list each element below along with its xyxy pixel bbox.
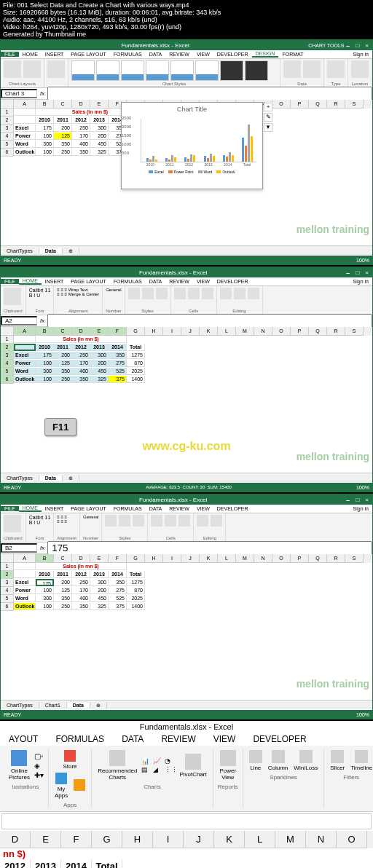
scatter-chart-button[interactable]: ⋮⋮ xyxy=(165,766,175,773)
chart-style-3[interactable] xyxy=(121,60,144,81)
conditional-formatting-button[interactable] xyxy=(128,288,140,299)
select-data-button[interactable] xyxy=(303,60,321,78)
bar-chart-button[interactable]: ▤ xyxy=(141,766,152,773)
pie-chart-button[interactable]: ◔ xyxy=(165,757,175,765)
chart-style-2[interactable] xyxy=(96,60,119,81)
name-box[interactable] xyxy=(1,316,37,326)
tab-review[interactable]: REVIEW xyxy=(165,52,193,57)
format-cells-button[interactable] xyxy=(202,288,213,299)
chart-styles-button[interactable]: ✎ xyxy=(264,113,272,122)
chart-style-5[interactable] xyxy=(170,60,194,81)
formula-bar[interactable] xyxy=(47,87,372,100)
insert-cells-button[interactable] xyxy=(174,288,186,299)
col-D[interactable]: D xyxy=(72,100,90,108)
tab-formulas[interactable]: FORMULAS xyxy=(110,279,146,284)
slicer-button[interactable]: Slicer xyxy=(329,749,346,773)
chart-style-8[interactable] xyxy=(245,60,268,81)
fx-icon[interactable]: fx xyxy=(37,90,47,97)
chart-style-4[interactable] xyxy=(146,60,169,81)
line-chart-button[interactable]: 📈 xyxy=(153,757,163,765)
signin-link[interactable]: Sign in xyxy=(350,52,372,57)
my-apps-button[interactable]: My Apps xyxy=(53,771,69,800)
close-button[interactable]: × xyxy=(363,42,371,49)
find-select-button[interactable] xyxy=(248,288,259,299)
tab-review[interactable]: REVIEW xyxy=(165,279,193,284)
chart-style-6[interactable] xyxy=(195,60,219,81)
timeline-button[interactable]: Timeline xyxy=(349,749,373,773)
recommended-charts-button[interactable]: Recommended Charts xyxy=(96,749,138,782)
cell-styles-button[interactable] xyxy=(156,288,168,299)
quick-layout-button[interactable] xyxy=(23,60,41,78)
fx-icon[interactable]: fx xyxy=(37,545,47,551)
col-S[interactable]: S xyxy=(345,100,364,108)
signin-link[interactable]: Sign in xyxy=(350,279,372,284)
minimize-button[interactable]: ‒ xyxy=(344,269,352,276)
shapes-button[interactable]: ▢▫ xyxy=(34,752,44,760)
col-C[interactable]: C xyxy=(54,100,72,108)
online-pictures-button[interactable]: Online Pictures xyxy=(7,749,31,782)
screenshot-button[interactable]: ✚▾ xyxy=(34,771,44,779)
sheet-tab-charttypes[interactable]: ChartTypes xyxy=(1,248,39,253)
bing-maps-button[interactable] xyxy=(72,778,87,794)
tab-view[interactable]: VIEW xyxy=(193,279,213,284)
column-chart-button[interactable]: 📊 xyxy=(141,757,152,765)
name-box[interactable] xyxy=(1,89,37,98)
tab-pagelayout[interactable]: PAGE LAYOUT xyxy=(67,52,109,57)
col-O[interactable]: O xyxy=(272,100,291,108)
chart-title[interactable]: Chart Title xyxy=(122,103,262,116)
maximize-button[interactable]: □ xyxy=(353,42,361,49)
sheet-tab-add[interactable]: ⊕ xyxy=(63,248,79,254)
name-box[interactable] xyxy=(1,543,37,553)
col-R[interactable]: R xyxy=(327,100,345,108)
sparkline-winloss-button[interactable]: Win/Loss xyxy=(292,749,319,773)
change-colors-button[interactable] xyxy=(47,60,65,78)
sparkline-line-button[interactable]: Line xyxy=(248,749,264,773)
chart-styles-gallery[interactable] xyxy=(71,60,277,81)
col-B[interactable]: B xyxy=(36,100,54,108)
tab-insert[interactable]: INSERT xyxy=(42,279,68,284)
tab-formulas[interactable]: FORMULAS xyxy=(110,52,146,57)
chart-style-7[interactable] xyxy=(220,60,243,81)
formula-bar[interactable] xyxy=(47,541,372,555)
paste-button[interactable] xyxy=(4,515,21,532)
format-as-table-button[interactable] xyxy=(142,288,154,299)
fontsize-selector[interactable]: 11 xyxy=(44,288,50,293)
sparkline-column-button[interactable]: Column xyxy=(267,749,290,773)
tab-file[interactable]: FILE xyxy=(1,279,19,284)
move-chart-button[interactable] xyxy=(351,60,369,78)
cursor-cell[interactable]: 125 xyxy=(54,133,72,140)
tab-design[interactable]: DESIGN xyxy=(252,51,279,58)
tab-home[interactable]: HOME xyxy=(19,278,42,285)
sheet-tab-data[interactable]: Data xyxy=(39,476,63,481)
sheet-tab-add[interactable]: ⊕ xyxy=(63,476,79,481)
tab-home[interactable]: HOME xyxy=(19,52,42,57)
tab-developer[interactable]: DEVELOPER xyxy=(213,279,252,284)
tab-format[interactable]: FORMAT xyxy=(278,52,307,57)
sort-filter-button[interactable] xyxy=(234,288,246,299)
fx-icon[interactable]: fx xyxy=(37,317,47,324)
tab-view[interactable]: VIEW xyxy=(193,52,213,57)
embedded-chart[interactable]: + ✎ ▼ Chart Title 2500 2000 1500 1000 50… xyxy=(121,102,263,189)
pivotchart-button[interactable]: PivotChart xyxy=(178,752,208,779)
col-Q[interactable]: Q xyxy=(309,100,327,108)
sheet-tab-charttypes[interactable]: ChartTypes xyxy=(1,476,39,481)
col-P[interactable]: P xyxy=(291,100,309,108)
switch-row-column-button[interactable] xyxy=(283,60,301,78)
formula-bar[interactable] xyxy=(47,314,372,328)
minimize-button[interactable]: ‒ xyxy=(344,42,352,49)
formula-bar[interactable] xyxy=(1,813,372,829)
tab-pagelayout[interactable]: PAGE LAYOUT xyxy=(67,279,109,284)
area-chart-button[interactable]: ◢ xyxy=(153,766,163,773)
smartart-button[interactable]: ◈ xyxy=(34,762,44,770)
delete-cells-button[interactable] xyxy=(188,288,200,299)
paste-button[interactable] xyxy=(4,288,21,305)
tab-data[interactable]: DATA xyxy=(146,279,166,284)
table-title-partial[interactable]: nn $) xyxy=(0,848,92,859)
number-format[interactable]: General xyxy=(106,288,121,292)
tab-developer[interactable]: DEVELOPER xyxy=(213,52,252,57)
font-selector[interactable]: Calibri xyxy=(29,288,44,293)
cursor-cell[interactable]: 375 xyxy=(109,376,127,383)
chart-filter-button[interactable]: ▼ xyxy=(264,123,272,132)
cursor-cell[interactable]: Outlook xyxy=(14,603,36,610)
col-A[interactable]: A xyxy=(14,100,36,108)
